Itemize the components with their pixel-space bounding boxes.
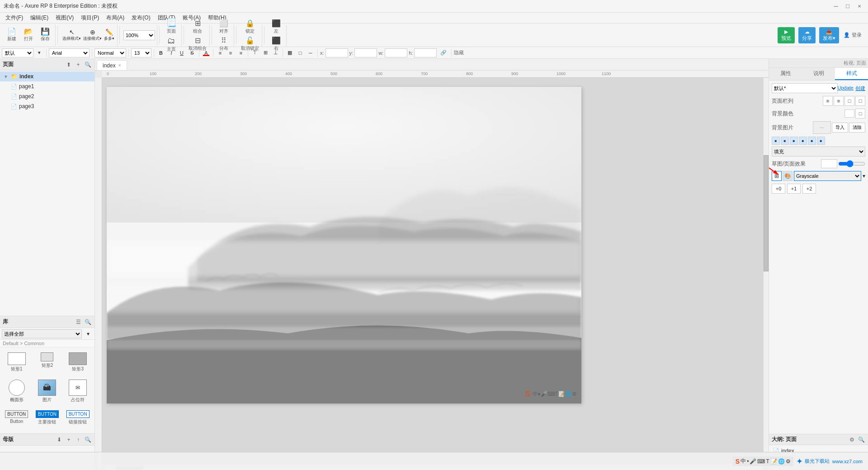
style-select[interactable]: 默认 [2,48,33,57]
lib-item-placeholder[interactable]: ✉ 占位符 [64,377,92,405]
style-options-button[interactable]: ▾ [35,48,44,57]
save-button[interactable]: 💾 保存 [37,27,53,43]
w-input[interactable] [385,48,407,57]
align-right-button[interactable]: ≡ [236,48,245,57]
account-button[interactable]: 👤 登录 [843,31,863,39]
update-link[interactable]: Update [838,85,854,92]
minimize-button[interactable]: ─ [831,1,841,11]
tab-notes[interactable]: 说明 [802,68,835,80]
x-input[interactable] [326,48,348,57]
lib-item-rect3[interactable]: 矩形3 [64,350,92,375]
pages-add-button[interactable]: + [74,61,82,69]
clear-btn[interactable]: 清除 [849,123,865,133]
outline-filter-button[interactable]: ⚙ [848,436,856,444]
ime-t[interactable]: T [766,458,769,465]
effect-value-input[interactable]: 4 [821,159,837,168]
seq-btn-1[interactable]: ≡ [823,96,833,106]
effect-icon-btn-2[interactable]: 🎨 [783,171,793,181]
style-default-select[interactable]: 默认* [772,83,838,93]
menu-layout[interactable]: 布局(A) [103,13,128,23]
select-mode-button[interactable]: ↖ 选择模式▾ [61,28,82,42]
master-collapse-button[interactable]: ⬇ [55,436,63,444]
color-dot-3[interactable]: ■ [790,137,798,145]
size-select[interactable]: 13 8 10 12 14 16 18 24 [131,48,151,57]
effect-dropdown-arrow[interactable]: ▾ [863,173,865,179]
zoom-select[interactable]: 100% 50% 75% 150% 200% [123,30,155,40]
lib-item-button[interactable]: BUTTON Button [3,408,31,427]
master-add-button[interactable]: + [65,436,73,444]
menu-publish[interactable]: 发布(O) [128,13,154,23]
color-dot-2[interactable]: ■ [781,137,789,145]
menu-file[interactable]: 文件(F) [2,13,27,23]
weight-select[interactable]: Normal Bold Italic [94,48,126,57]
vscroll-thumb[interactable] [764,155,769,271]
valign-bottom-button[interactable]: ⊥ [271,48,280,57]
close-button[interactable]: × [854,1,864,11]
color-dot-4[interactable]: ■ [799,137,807,145]
lock-button[interactable]: 🔒 锁定 [242,18,258,35]
pages-search-button[interactable]: 🔍 [84,61,92,69]
ime-keyboard[interactable]: ⌨ [757,458,765,465]
master-search-button[interactable]: 🔍 [84,436,92,444]
menu-project[interactable]: 项目(P) [77,13,103,23]
seq-btn-2[interactable]: ≡ [834,96,844,106]
align-center-button[interactable]: ≡ [226,48,235,57]
lib-item-circle[interactable]: 椭圆形 [3,377,31,405]
effect-slider[interactable] [838,160,865,167]
canvas-tab-index[interactable]: index × [97,60,127,70]
effect-icon-btn-1[interactable]: ⊞ [772,171,782,181]
align-button[interactable]: ⬜ 对齐 [216,18,232,35]
underline-button[interactable]: U [177,48,186,57]
open-button[interactable]: 📂 打开 [20,27,37,43]
master-import-button[interactable]: ↑ [74,436,82,444]
lib-item-image[interactable]: 🏔 图片 [33,377,61,405]
lib-item-rect2[interactable]: 矩形2 [33,350,61,375]
lock-ratio-button[interactable]: 🔗 [438,48,449,57]
color-dot-6[interactable]: ■ [817,137,825,145]
increment-0-button[interactable]: +0 [772,184,785,194]
maximize-button[interactable]: □ [843,1,853,11]
more-modes-button[interactable]: ✏️ 多多▾ [103,28,115,42]
ime-cloud[interactable]: 🌐 [778,458,785,465]
ime-mic[interactable]: 🎤 [750,458,756,465]
line-style-button[interactable]: ─ [306,48,315,57]
bg-color-expand[interactable]: □ [855,109,865,119]
y-input[interactable] [354,48,377,57]
share-button[interactable]: ☁ 分享 [798,27,816,43]
ime-settings[interactable]: ⚙ [786,458,791,465]
combine-button[interactable]: ⊞ 组合 [189,18,206,35]
strikethrough-button[interactable]: S [188,48,197,57]
bg-color-box[interactable] [844,109,854,118]
tab-style[interactable]: 样式 [835,68,868,80]
tab-properties[interactable]: 属性 [769,68,802,80]
new-button[interactable]: 📄 新建 [4,27,20,43]
pages-collapse-button[interactable]: ⬆ [65,61,73,69]
line-color-button[interactable]: □ [296,48,305,57]
library-select[interactable]: 选择全部 [2,329,82,338]
library-search-button[interactable]: 🔍 [84,318,92,326]
align-left-button[interactable]: ≡ [216,48,225,57]
h-input[interactable] [414,48,437,57]
publish-button[interactable]: 📤 发布▾ [819,27,839,43]
create-link[interactable]: 创建 [855,85,865,92]
page-page1[interactable]: 📄 page1 [0,81,94,91]
library-menu-button[interactable]: ☰ [74,318,82,326]
menu-view[interactable]: 视图(V) [52,13,77,23]
page-page2[interactable]: 📄 page2 [0,91,94,101]
valign-middle-button[interactable]: ⊞ [261,48,270,57]
menu-edit[interactable]: 编辑(E) [27,13,52,23]
fill-color-button[interactable]: ▩ [285,48,294,57]
page-page3[interactable]: 📄 page3 [0,101,94,111]
vertical-scrollbar[interactable] [763,78,769,465]
valign-top-button[interactable]: ⊤ [250,48,259,57]
left-button[interactable]: ⬛ 左 [268,18,284,35]
italic-button[interactable]: I [167,48,176,57]
ime-mode[interactable]: 中 [741,457,746,465]
lib-item-link-btn[interactable]: BUTTON 链接按钮 [64,408,92,427]
increment-1-button[interactable]: +1 [787,184,801,194]
ime-dot[interactable]: • [747,458,749,465]
import-btn[interactable]: 导入 [832,123,848,133]
lib-item-primary-btn[interactable]: BUTTON 主要按钮 [33,408,61,427]
seq-btn-4[interactable]: □ [855,96,865,106]
fill-select[interactable]: 填充 [772,147,865,157]
